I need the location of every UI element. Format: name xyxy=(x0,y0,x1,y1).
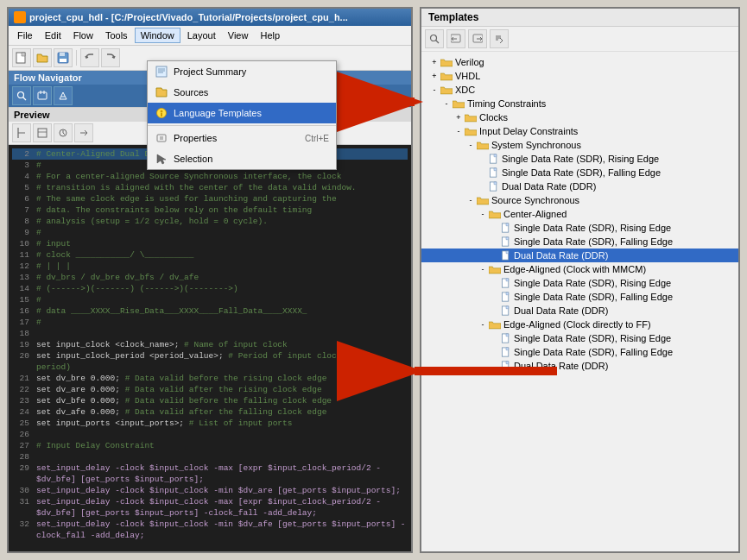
code-line-22: 22 set dv_are 0.000; # Data valid after … xyxy=(12,384,408,395)
menu-flow[interactable]: Flow xyxy=(68,28,98,42)
sources-icon xyxy=(155,85,168,99)
code-line-7: 7 # data. The constraints below rely on … xyxy=(12,204,408,216)
code-line-28: 28 xyxy=(12,451,408,462)
window-titlebar: project_cpu_hdl - [C:/Project/Vivado_Tut… xyxy=(9,9,411,26)
menu-separator-1 xyxy=(148,125,336,126)
ea-ff-toggle[interactable]: - xyxy=(477,318,489,330)
tree-item-vhdl[interactable]: + VHDL xyxy=(421,69,738,83)
code-line-27: 27 # Input Delay Constraint xyxy=(12,440,408,451)
menu-window[interactable]: Window xyxy=(135,28,180,43)
center-aligned-toggle[interactable]: - xyxy=(477,208,489,220)
ea-ff-folder-icon xyxy=(489,320,501,330)
code-line-26: 26 xyxy=(12,429,408,440)
code-line-18: 18 xyxy=(12,328,408,339)
tree-item-ca-ddr[interactable]: Dual Data Rate (DDR) xyxy=(421,249,738,262)
ea-mmcm-toggle[interactable]: - xyxy=(477,263,489,275)
preview-tb-1[interactable] xyxy=(12,123,31,142)
svg-line-27 xyxy=(436,41,440,44)
preview-tb-3[interactable] xyxy=(54,123,73,142)
menu-layout[interactable]: Layout xyxy=(182,28,221,42)
tree-item-ea-sdr-falling[interactable]: Single Data Rate (SDR), Falling Edge xyxy=(421,290,738,304)
code-line-10: 10 # input xyxy=(12,238,408,249)
source-sync-toggle[interactable]: - xyxy=(465,194,477,206)
code-line-17: 17 # xyxy=(12,317,408,328)
selection-icon xyxy=(155,152,168,166)
system-sync-folder-icon xyxy=(477,141,489,150)
menu-item-selection[interactable]: Selection xyxy=(148,148,336,169)
tree-item-sys-sdr-rising[interactable]: Single Data Rate (SDR), Rising Edge xyxy=(421,152,738,166)
menu-file[interactable]: File xyxy=(12,28,38,42)
tree-item-ca-sdr-rising[interactable]: Single Data Rate (SDR), Rising Edge xyxy=(421,221,738,235)
code-line-12: 12 # | | | xyxy=(12,261,408,272)
undo-btn[interactable] xyxy=(80,48,99,67)
new-btn[interactable] xyxy=(12,48,31,67)
menu-item-language-templates[interactable]: Language Templates xyxy=(148,103,336,123)
tree-item-ea-ddr[interactable]: Dual Data Rate (DDR) xyxy=(421,304,738,318)
properties-shortcut: Ctrl+E xyxy=(305,134,329,143)
system-sync-toggle[interactable]: - xyxy=(465,139,477,151)
tree-item-center-aligned[interactable]: - Center-Aligned xyxy=(421,207,738,221)
flow-btn-3[interactable] xyxy=(54,86,73,105)
clocks-toggle[interactable]: + xyxy=(453,111,465,123)
templates-title: Templates xyxy=(428,11,478,23)
preview-tb-2[interactable] xyxy=(33,123,52,142)
svg-rect-2 xyxy=(60,53,65,56)
timing-constraints-toggle[interactable]: - xyxy=(440,98,453,110)
ca-ddr-file-icon xyxy=(501,250,511,261)
menu-tools[interactable]: Tools xyxy=(100,28,133,42)
tree-item-edge-aligned-mmcm[interactable]: - Edge-Aligned (Clock with MMCM) xyxy=(421,262,738,276)
tree-item-xdc[interactable]: - XDC xyxy=(421,83,738,97)
tree-item-eaff-sdr-falling[interactable]: Single Data Rate (SDR), Falling Edge xyxy=(421,345,738,359)
templates-search-btn[interactable] xyxy=(425,29,444,48)
tree-item-system-synchronous[interactable]: - System Synchronous xyxy=(421,138,738,152)
xdc-toggle[interactable]: - xyxy=(428,84,440,96)
menu-item-sources[interactable]: Sources xyxy=(148,82,336,103)
tree-item-ca-sdr-falling[interactable]: Single Data Rate (SDR), Falling Edge xyxy=(421,235,738,249)
tree-item-sys-sdr-falling[interactable]: Single Data Rate (SDR), Falling Edge xyxy=(421,166,738,179)
save-btn[interactable] xyxy=(54,48,73,67)
input-delay-toggle[interactable]: - xyxy=(453,125,465,137)
toolbar-sep-1 xyxy=(76,50,77,66)
tree-item-eaff-sdr-rising[interactable]: Single Data Rate (SDR), Rising Edge xyxy=(421,331,738,345)
eaff-sdr-falling-label: Single Data Rate (SDR), Falling Edge xyxy=(514,347,673,357)
verilog-toggle[interactable]: + xyxy=(428,56,440,68)
tree-item-clocks[interactable]: + Clocks xyxy=(421,110,738,124)
preview-tb-4[interactable] xyxy=(74,123,93,142)
tree-item-verilog[interactable]: + Verilog xyxy=(421,55,738,69)
tree-item-edge-aligned-ff[interactable]: - Edge-Aligned (Clock directly to FF) xyxy=(421,318,738,331)
redo-btn[interactable] xyxy=(101,48,120,67)
code-line-20: 20 set input_clock_period <period_value>… xyxy=(12,350,408,373)
templates-forward-btn[interactable] xyxy=(468,29,487,48)
tree-item-timing-constraints[interactable]: - Timing Constraints xyxy=(421,97,738,110)
vivado-window: project_cpu_hdl - [C:/Project/Vivado_Tut… xyxy=(7,7,413,553)
flow-btn-2[interactable] xyxy=(33,86,52,105)
eaff-sdr-falling-file-icon xyxy=(501,347,511,358)
menu-item-properties[interactable]: Properties Ctrl+E xyxy=(148,128,336,148)
code-line-14: 14 # (------>)(-------) (------>)(------… xyxy=(12,283,408,294)
tree-item-ea-sdr-rising[interactable]: Single Data Rate (SDR), Rising Edge xyxy=(421,276,738,290)
ca-sdr-rising-file-icon xyxy=(501,223,511,234)
preview-content: 2 # Center-Aligned Dual Data Rate Source… xyxy=(9,145,411,551)
menu-edit[interactable]: Edit xyxy=(40,28,66,42)
menu-view[interactable]: View xyxy=(223,28,254,42)
code-line-8: 8 # analysis (setup = 1/2 cycle, hold = … xyxy=(12,216,408,227)
flow-search-btn[interactable] xyxy=(12,86,31,105)
menu-item-project-summary[interactable]: Project Summary xyxy=(148,61,336,82)
ea-ddr-label: Dual Data Rate (DDR) xyxy=(514,305,608,316)
xdc-folder-icon xyxy=(440,85,453,95)
sources-label: Sources xyxy=(174,87,208,98)
menu-help[interactable]: Help xyxy=(255,28,285,42)
tree-item-eaff-ddr[interactable]: Dual Data Rate (DDR) xyxy=(421,359,738,373)
open-btn[interactable] xyxy=(33,48,52,67)
language-templates-icon xyxy=(155,106,168,120)
source-synchronous-label: Source Synchronous xyxy=(491,195,579,205)
vhdl-toggle[interactable]: + xyxy=(428,70,440,82)
templates-back-btn[interactable] xyxy=(446,29,465,48)
sys-sdr-rising-label: Single Data Rate (SDR), Rising Edge xyxy=(502,154,659,164)
tree-item-source-synchronous[interactable]: - Source Synchronous xyxy=(421,193,738,207)
tree-item-sys-ddr[interactable]: Dual Data Rate (DDR) xyxy=(421,179,738,193)
vhdl-folder-icon xyxy=(440,72,453,81)
code-line-11: 11 # clock ___________/ \__________ xyxy=(12,249,408,261)
templates-sort-btn[interactable] xyxy=(490,29,509,48)
tree-item-input-delay-constraints[interactable]: - Input Delay Constraints xyxy=(421,124,738,138)
